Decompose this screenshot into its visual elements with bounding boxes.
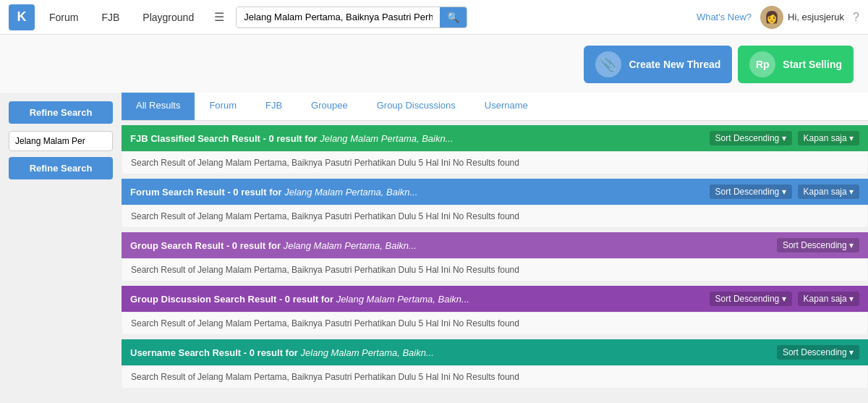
result-title-group-discussion: Group Discussion Search Result - 0 resul…	[130, 294, 710, 305]
sidebar: Refine Search Refine Search	[0, 93, 122, 393]
sort-button-username[interactable]: Sort Descending ▾	[777, 345, 859, 360]
result-header-fjb: FJB Classified Search Result - 0 result …	[122, 125, 868, 151]
search-input[interactable]	[237, 7, 440, 27]
nav-playground[interactable]: Playground	[134, 12, 203, 23]
result-body-group-discussion: Search Result of Jelang Malam Pertama, B…	[122, 312, 868, 335]
sidebar-refine-button[interactable]: Refine Search	[9, 157, 113, 179]
result-header-forum: Forum Search Result - 0 result for Jelan…	[122, 179, 868, 205]
nav-fjb[interactable]: FJB	[93, 12, 128, 23]
tab-all-results[interactable]: All Results	[122, 93, 195, 120]
result-section-group-discussion: Group Discussion Search Result - 0 resul…	[122, 286, 868, 335]
sidebar-search-input[interactable]	[9, 131, 113, 151]
start-selling-label: Start Selling	[783, 59, 842, 70]
tab-forum[interactable]: Forum	[195, 93, 251, 120]
result-section-username: Username Search Result - 0 result for Je…	[122, 339, 868, 389]
action-buttons: 📎 Create New Thread Rp Start Selling	[584, 46, 854, 83]
result-header-group: Group Search Result - 0 result for Jelan…	[122, 232, 868, 258]
result-header-username: Username Search Result - 0 result for Je…	[122, 339, 868, 365]
avatar: 👩	[760, 6, 783, 29]
username-label: Hi, esjusjeruk	[788, 12, 844, 22]
result-body-fjb: Search Result of Jelang Malam Pertama, B…	[122, 151, 868, 174]
results-container: FJB Classified Search Result - 0 result …	[122, 125, 868, 389]
result-section-group: Group Search Result - 0 result for Jelan…	[122, 232, 868, 281]
sort-button-group[interactable]: Sort Descending ▾	[777, 238, 859, 253]
result-title-forum: Forum Search Result - 0 result for Jelan…	[130, 187, 710, 198]
user-area[interactable]: 👩 Hi, esjusjeruk	[760, 6, 844, 29]
kapan-button-group-discussion[interactable]: Kapan saja ▾	[798, 292, 859, 306]
create-thread-icon: 📎	[595, 51, 621, 77]
main-content: All Results Forum FJB Groupee Group Disc…	[122, 93, 868, 393]
result-controls-group: Sort Descending ▾	[777, 238, 859, 253]
search-bar: 🔍	[236, 7, 467, 28]
result-controls-username: Sort Descending ▾	[777, 345, 859, 360]
result-body-username: Search Result of Jelang Malam Pertama, B…	[122, 365, 868, 389]
result-controls-forum: Sort Descending ▾Kapan saja ▾	[710, 184, 859, 199]
result-controls-group-discussion: Sort Descending ▾Kapan saja ▾	[710, 292, 859, 306]
nav-right: What's New? 👩 Hi, esjusjeruk ?	[697, 6, 859, 29]
tab-group-discussions[interactable]: Group Discussions	[362, 93, 470, 120]
result-section-fjb: FJB Classified Search Result - 0 result …	[122, 125, 868, 174]
tab-groupee[interactable]: Groupee	[297, 93, 362, 120]
tabs-bar: All Results Forum FJB Groupee Group Disc…	[122, 93, 868, 121]
content-area: Refine Search Refine Search All Results …	[0, 93, 868, 393]
result-title-username: Username Search Result - 0 result for Je…	[130, 347, 777, 358]
hamburger-icon[interactable]: ☰	[208, 10, 230, 24]
create-thread-button[interactable]: 📎 Create New Thread	[584, 46, 732, 83]
start-selling-icon: Rp	[749, 51, 775, 77]
sidebar-title: Refine Search	[9, 101, 113, 124]
result-controls-fjb: Sort Descending ▾Kapan saja ▾	[710, 131, 859, 145]
result-title-fjb: FJB Classified Search Result - 0 result …	[130, 133, 710, 144]
tab-username[interactable]: Username	[470, 93, 542, 120]
hero-banner: 📎 Create New Thread Rp Start Selling	[0, 35, 868, 93]
sort-button-fjb[interactable]: Sort Descending ▾	[710, 131, 792, 145]
result-title-group: Group Search Result - 0 result for Jelan…	[130, 240, 777, 251]
create-thread-label: Create New Thread	[629, 59, 720, 71]
result-section-forum: Forum Search Result - 0 result for Jelan…	[122, 179, 868, 228]
start-selling-button[interactable]: Rp Start Selling	[738, 46, 854, 83]
help-icon[interactable]: ?	[853, 11, 859, 24]
result-body-group: Search Result of Jelang Malam Pertama, B…	[122, 258, 868, 281]
kapan-button-forum[interactable]: Kapan saja ▾	[798, 184, 859, 199]
sort-button-group-discussion[interactable]: Sort Descending ▾	[710, 292, 792, 306]
whats-new-link[interactable]: What's New?	[697, 12, 752, 22]
sort-button-forum[interactable]: Sort Descending ▾	[710, 184, 792, 199]
result-body-forum: Search Result of Jelang Malam Pertama, B…	[122, 205, 868, 228]
tab-fjb[interactable]: FJB	[251, 93, 297, 120]
kapan-button-fjb[interactable]: Kapan saja ▾	[798, 131, 859, 145]
result-header-group-discussion: Group Discussion Search Result - 0 resul…	[122, 286, 868, 312]
navbar: K Forum FJB Playground ☰ 🔍 What's New? 👩…	[0, 0, 868, 35]
nav-forum[interactable]: Forum	[41, 12, 87, 23]
logo[interactable]: K	[9, 4, 35, 30]
search-button[interactable]: 🔍	[440, 7, 467, 27]
